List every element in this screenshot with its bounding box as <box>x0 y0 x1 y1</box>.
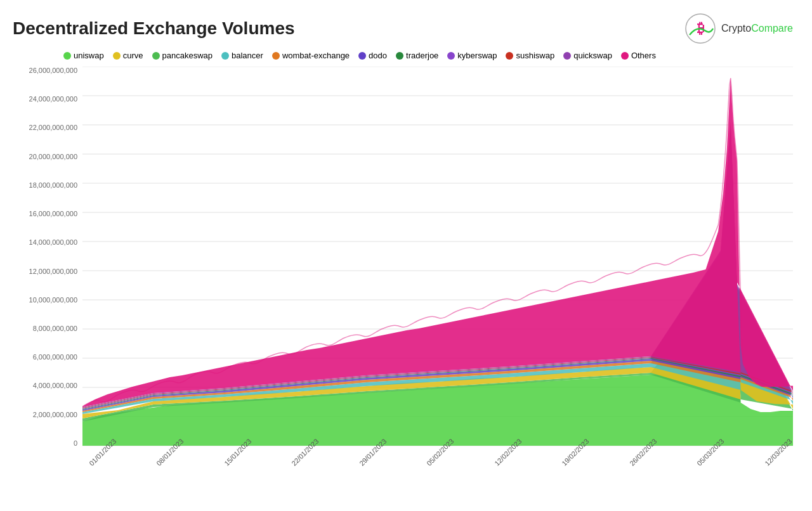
legend-dot <box>563 52 571 60</box>
y-axis-label: 14,000,000,000 <box>29 238 77 246</box>
y-axis: 26,000,000,00024,000,000,00022,000,000,0… <box>13 67 82 447</box>
legend-dot <box>396 52 403 60</box>
y-axis-label: 16,000,000,000 <box>29 210 77 217</box>
legend-label: kyberswap <box>457 51 497 60</box>
y-axis-label: 26,000,000,000 <box>29 67 77 74</box>
y-axis-label: 24,000,000,000 <box>29 95 77 103</box>
legend-label: balancer <box>232 51 263 60</box>
page-title: Decentralized Exchange Volumes <box>13 18 295 39</box>
legend-item: Others <box>621 51 656 60</box>
logo-text: CryptoCompare <box>721 23 793 34</box>
y-axis-label: 8,000,000,000 <box>33 325 77 332</box>
chart-area <box>82 67 793 447</box>
legend-dot <box>272 52 280 60</box>
legend-dot <box>152 52 160 60</box>
legend-label: traderjoe <box>406 51 438 60</box>
legend-dot <box>358 52 366 60</box>
legend: uniswapcurvepancakeswapbalancerwombat-ex… <box>13 51 793 60</box>
legend-dot <box>63 52 71 60</box>
legend-item: wombat-exchange <box>272 51 350 60</box>
legend-dot <box>221 52 229 60</box>
header: Decentralized Exchange Volumes ₿ CryptoC… <box>13 13 793 44</box>
y-axis-label: 2,000,000,000 <box>33 411 77 418</box>
legend-label: pancakeswap <box>162 51 213 60</box>
x-axis: 01/01/202308/01/202315/01/202322/01/2023… <box>82 447 793 466</box>
legend-label: curve <box>123 51 143 60</box>
chart-container: 26,000,000,00024,000,000,00022,000,000,0… <box>13 67 793 466</box>
legend-label: dodo <box>369 51 387 60</box>
legend-item: dodo <box>358 51 387 60</box>
y-axis-label: 6,000,000,000 <box>33 353 77 361</box>
legend-item: curve <box>113 51 143 60</box>
legend-item: balancer <box>221 51 263 60</box>
legend-item: traderjoe <box>396 51 438 60</box>
legend-label: wombat-exchange <box>282 51 350 60</box>
legend-item: sushiswap <box>506 51 554 60</box>
legend-dot <box>506 52 513 60</box>
y-axis-label: 22,000,000,000 <box>29 124 77 131</box>
legend-item: uniswap <box>63 51 104 60</box>
legend-dot <box>447 52 455 60</box>
legend-dot <box>621 52 629 60</box>
logo-icon: ₿ <box>684 13 716 44</box>
legend-label: uniswap <box>74 51 104 60</box>
legend-item: kyberswap <box>447 51 497 60</box>
y-axis-label: 4,000,000,000 <box>33 382 77 389</box>
logo-crypto: Crypto <box>721 23 751 34</box>
y-axis-label: 10,000,000,000 <box>29 296 77 304</box>
logo-area: ₿ CryptoCompare <box>684 13 793 44</box>
legend-item: quickswap <box>563 51 612 60</box>
legend-dot <box>113 52 121 60</box>
y-axis-label: 18,000,000,000 <box>29 181 77 189</box>
y-axis-label: 20,000,000,000 <box>29 153 77 160</box>
page: Decentralized Exchange Volumes ₿ CryptoC… <box>0 0 812 511</box>
legend-label: Others <box>631 51 656 60</box>
y-axis-label: 12,000,000,000 <box>29 268 77 275</box>
legend-item: pancakeswap <box>152 51 213 60</box>
legend-label: sushiswap <box>516 51 554 60</box>
legend-label: quickswap <box>573 51 612 60</box>
y-axis-label: 0 <box>74 439 77 447</box>
logo-compare: Compare <box>751 23 793 34</box>
